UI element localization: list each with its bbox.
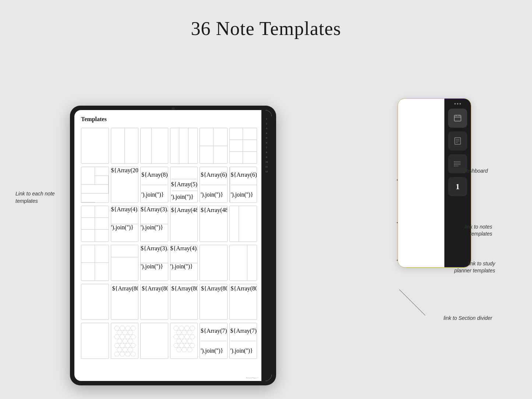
- template-cell-32: [111, 323, 139, 359]
- sidebar-panel: 1: [398, 98, 471, 268]
- svg-marker-39: [176, 331, 182, 335]
- template-cell-4: [170, 128, 198, 164]
- template-cell-18: [229, 206, 257, 242]
- template-cell-34: [170, 323, 198, 359]
- svg-marker-52: [190, 343, 195, 348]
- svg-marker-27: [130, 343, 136, 348]
- template-cell-23: [200, 245, 228, 281]
- sidebar-white-area: [398, 99, 444, 267]
- svg-marker-41: [187, 331, 192, 335]
- template-cell-9: ${Array(8).fill('').join('')}: [140, 167, 168, 203]
- tablet-camera: [172, 107, 175, 110]
- template-cell-8: ${Array(20).fill('').join('')}: [111, 167, 139, 203]
- svg-marker-13: [130, 326, 136, 331]
- svg-marker-43: [179, 335, 184, 339]
- template-cell-16: ${Array(48).fill('').join('')}: [170, 206, 198, 242]
- template-cell-2: [111, 128, 139, 164]
- template-cell-36: ${Array(7).fill('').join('')}: [229, 323, 257, 359]
- tablet-device: Templates: [70, 106, 276, 385]
- svg-marker-23: [127, 339, 133, 343]
- svg-marker-32: [119, 352, 125, 356]
- template-grid: ${Array(20).fill('').join('')} ${Array(8…: [81, 128, 257, 359]
- svg-marker-30: [127, 348, 133, 352]
- svg-marker-46: [176, 339, 182, 343]
- svg-marker-11: [119, 326, 125, 331]
- template-cell-29: ${Array(80).fill('').join('')}: [200, 284, 228, 320]
- svg-marker-50: [179, 343, 184, 348]
- svg-marker-17: [114, 335, 120, 339]
- template-cell-6: [229, 128, 257, 164]
- svg-marker-18: [119, 335, 125, 339]
- template-cell-17: ${Array(48).fill('').join('')}: [200, 206, 228, 242]
- svg-marker-53: [176, 348, 182, 352]
- svg-marker-31: [114, 352, 120, 356]
- annotation-notes-templates: link to notes templates: [465, 216, 492, 238]
- template-cell-24: [229, 245, 257, 281]
- svg-point-71: [454, 166, 455, 166]
- template-cell-30: ${Array(80).fill('').join('')}: [229, 284, 257, 320]
- template-cell-33: [140, 323, 168, 359]
- annotation-section-divider: link to Section divider: [444, 315, 492, 322]
- svg-marker-45: [190, 335, 195, 339]
- svg-point-70: [454, 164, 455, 165]
- template-cell-7: [81, 167, 109, 203]
- template-cell-13: [81, 206, 109, 242]
- svg-marker-12: [125, 326, 130, 331]
- svg-marker-51: [184, 343, 190, 348]
- svg-marker-38: [190, 326, 195, 331]
- svg-marker-54: [182, 348, 187, 352]
- svg-point-68: [454, 161, 455, 162]
- svg-marker-29: [122, 348, 128, 352]
- template-cell-26: ${Array(80).fill('').join('')}: [111, 284, 139, 320]
- svg-marker-55: [187, 348, 192, 352]
- template-cell-10: ${Array(5).fill('').join('')}: [170, 167, 198, 203]
- svg-rect-56: [454, 115, 461, 121]
- watermark: Refresh Pages ©: [244, 376, 260, 379]
- template-cell-1: [81, 128, 109, 164]
- svg-marker-36: [179, 326, 184, 331]
- template-cell-31: [81, 323, 109, 359]
- svg-marker-40: [182, 331, 187, 335]
- template-cell-25: [81, 284, 109, 320]
- template-cell-19: [81, 245, 109, 281]
- notes-button[interactable]: [448, 131, 467, 151]
- svg-marker-14: [117, 331, 122, 335]
- svg-marker-20: [130, 335, 136, 339]
- svg-marker-19: [125, 335, 130, 339]
- page-title: 36 Note Templates: [0, 0, 532, 39]
- sidebar-dark-buttons: 1: [444, 99, 471, 267]
- svg-marker-34: [130, 352, 136, 356]
- annotation-dashboard: link to dashboard: [448, 167, 488, 175]
- svg-marker-21: [117, 339, 122, 343]
- template-cell-14: ${Array(4).fill('').join('')}: [111, 206, 139, 242]
- annotation-study-planner: link to study planner templates: [454, 253, 495, 275]
- svg-marker-24: [114, 343, 120, 348]
- template-cell-3: [140, 128, 168, 164]
- dashboard-button[interactable]: [448, 109, 467, 128]
- template-cell-5: [200, 128, 228, 164]
- template-cell-15: ${Array(3).fill('').join('')}: [140, 206, 168, 242]
- svg-point-69: [454, 163, 455, 163]
- svg-marker-16: [127, 331, 133, 335]
- section-divider-button[interactable]: 1: [448, 177, 467, 196]
- dots-menu: [454, 103, 461, 105]
- template-page-title: Templates: [81, 116, 257, 123]
- template-cell-12: ${Array(6).fill('').join('')}: [229, 167, 257, 203]
- svg-marker-37: [184, 326, 190, 331]
- svg-marker-33: [125, 352, 130, 356]
- svg-marker-49: [173, 343, 179, 348]
- svg-marker-47: [182, 339, 187, 343]
- svg-marker-10: [114, 326, 120, 331]
- svg-marker-42: [173, 335, 179, 339]
- svg-marker-15: [122, 331, 128, 335]
- template-cell-11: ${Array(6).fill('').join('')}: [200, 167, 228, 203]
- template-cell-22: ${Array(4).fill('').join('')}: [170, 245, 198, 281]
- svg-marker-25: [119, 343, 125, 348]
- template-cell-28: ${Array(80).fill('').join('')}: [170, 284, 198, 320]
- template-cell-27: ${Array(80).fill('').join('')}: [140, 284, 168, 320]
- svg-marker-44: [184, 335, 190, 339]
- annotation-link-each: Link to each note templates: [15, 190, 74, 205]
- template-cell-21: ${Array(3).fill('').join('')}: [140, 245, 168, 281]
- template-cell-20: [111, 245, 139, 281]
- side-navigation: 1 2 3 4 5 6 7 8 9 10 11 12: [261, 110, 272, 381]
